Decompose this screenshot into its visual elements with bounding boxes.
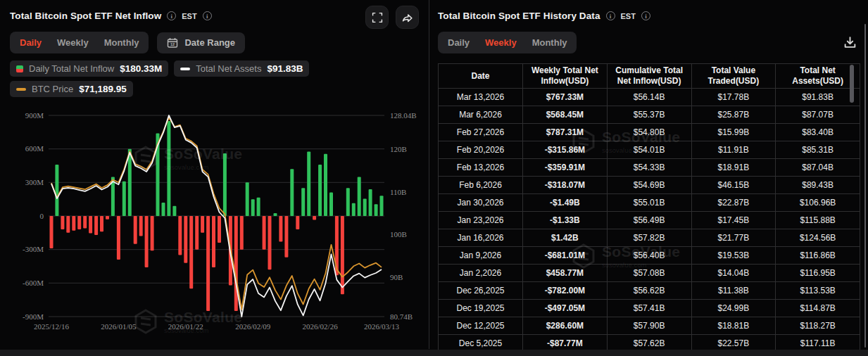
tab-monthly[interactable]: Monthly (104, 37, 139, 48)
info-icon[interactable] (203, 11, 212, 20)
table-scrollbar-thumb[interactable] (850, 65, 854, 103)
cell-traded: $17.45B (691, 212, 776, 229)
inflow-bar-legend-icon (16, 65, 23, 72)
cell-date: Feb 27,2026 (439, 124, 523, 141)
table-header-row: Date Weekly Total Net Inflow(USD) Cumula… (439, 64, 860, 89)
chart-panel-title: Total Bitcoin Spot ETF Net Inflow (10, 11, 161, 21)
cell-assets: $118.27B (776, 317, 860, 335)
table-row[interactable]: Feb 20,2026-$315.86M$54.01B$11.91B$85.31… (439, 141, 860, 159)
svg-text:120B: 120B (390, 145, 407, 153)
cell-cumulative: $54.80B (607, 124, 691, 141)
next-section-edge (0, 350, 868, 356)
table-row[interactable]: Jan 16,2026$1.42B$57.82B$21.77B$124.56B (439, 229, 860, 247)
assets-line-legend-icon (180, 68, 190, 70)
cell-cumulative: $55.37B (607, 106, 691, 124)
fullscreen-button[interactable] (365, 6, 389, 29)
table-row[interactable]: Jan 2,2026$458.77M$57.08B$14.04B$116.95B (439, 265, 860, 282)
table-panel-header: Total Bitcoin Spot ETF History Data EST (438, 0, 866, 21)
cell-assets: $87.07B (776, 106, 860, 124)
info-icon[interactable] (641, 11, 650, 20)
chart-header-actions (365, 6, 419, 29)
cell-traded: $14.04B (691, 265, 776, 282)
table-row[interactable]: Feb 6,2026-$318.07M$54.69B$46.15B$89.43B (439, 177, 860, 194)
fullscreen-icon (372, 12, 383, 23)
btc-line-legend-icon (16, 88, 26, 91)
cell-assets: $124.56B (776, 229, 860, 247)
download-button[interactable] (843, 36, 857, 52)
history-table-body: Mar 13,2026$767.33M$56.14B$17.78B$91.83B… (439, 89, 860, 354)
table-row[interactable]: Jan 9,2026-$681.01M$56.40B$19.53B$116.86… (439, 247, 860, 265)
cell-assets: $91.83B (776, 89, 860, 106)
cell-assets: $113.53B (776, 282, 860, 300)
cell-cumulative: $57.90B (607, 317, 691, 335)
x-axis-labels: 2025/12/162026/01/052026/01/222026/02/09… (34, 322, 400, 331)
table-row[interactable]: Dec 19,2025-$497.05M$57.41B$24.99B$114.8… (439, 300, 860, 317)
chart-controls: Daily Weekly Monthly 12 Date Range (10, 32, 429, 53)
timezone-label: EST (182, 12, 196, 20)
cell-traded: $19.53B (691, 247, 776, 265)
legend-label: Daily Total Net Inflow (29, 63, 114, 74)
legend-daily-net-inflow: Daily Total Net Inflow $180.33M (10, 61, 168, 77)
cell-date: Jan 9,2026 (439, 247, 523, 265)
info-icon[interactable] (606, 11, 615, 20)
table-row[interactable]: Feb 27,2026$787.31M$54.80B$15.99B$83.40B (439, 124, 860, 141)
chart-period-tabs: Daily Weekly Monthly (10, 32, 149, 53)
cell-date: Dec 19,2025 (439, 300, 523, 317)
cell-traded: $24.99B (691, 300, 776, 317)
column-header-weekly-inflow[interactable]: Weekly Total Net Inflow(USD) (523, 64, 608, 89)
cell-assets: $116.86B (776, 247, 860, 265)
history-table: Date Weekly Total Net Inflow(USD) Cumula… (438, 63, 860, 353)
svg-text:100B: 100B (390, 230, 407, 239)
info-icon[interactable] (167, 11, 176, 20)
legend-total-net-assets: Total Net Assets $91.83B (174, 61, 309, 77)
cell-date: Jan 16,2026 (439, 229, 523, 247)
tab-weekly[interactable]: Weekly (57, 37, 89, 48)
table-panel-title: Total Bitcoin Spot ETF History Data (438, 11, 600, 21)
table-row[interactable]: Mar 13,2026$767.33M$56.14B$17.78B$91.83B (439, 89, 860, 106)
table-row[interactable]: Mar 6,2026$568.45M$55.37B$25.87B$87.07B (439, 106, 860, 124)
cell-inflow: $767.33M (523, 89, 608, 106)
tab-monthly[interactable]: Monthly (532, 37, 567, 48)
cell-assets: $116.95B (776, 265, 860, 282)
cell-cumulative: $56.14B (607, 89, 691, 106)
cell-inflow: -$681.01M (523, 247, 608, 265)
svg-text:-300M: -300M (23, 245, 44, 253)
cell-date: Jan 23,2026 (439, 212, 523, 229)
tab-weekly[interactable]: Weekly (485, 37, 517, 48)
timezone-label: EST (621, 12, 636, 20)
table-row[interactable]: Feb 13,2026-$359.91M$54.33B$18.91B$87.04… (439, 159, 860, 177)
table-row[interactable]: Jan 23,2026-$1.33B$56.49B$17.45B$115.88B (439, 212, 860, 229)
cell-traded: $17.78B (691, 89, 776, 106)
cell-assets: $89.43B (776, 177, 860, 194)
table-row[interactable]: Dec 26,2025-$782.00M$56.62B$11.38B$113.5… (439, 282, 860, 300)
cell-cumulative: $54.69B (607, 177, 691, 194)
svg-text:600M: 600M (25, 144, 44, 153)
svg-text:12: 12 (170, 42, 175, 46)
cell-traded: $46.15B (691, 177, 776, 194)
chart-area[interactable]: 900M600M300M0-300M-600M-900M128.04B120B1… (10, 101, 429, 338)
cell-date: Dec 26,2025 (439, 282, 523, 300)
svg-text:300M: 300M (25, 178, 44, 186)
table-row[interactable]: Jan 30,2026-$1.49B$55.01B$22.87B$106.96B (439, 194, 860, 212)
cell-date: Mar 13,2026 (439, 89, 523, 106)
column-header-date[interactable]: Date (439, 64, 523, 89)
date-range-button[interactable]: 12 Date Range (157, 32, 245, 53)
svg-text:-600M: -600M (23, 279, 44, 287)
table-row[interactable]: Dec 12,2025$286.60M$57.90B$18.81B$118.27… (439, 317, 860, 335)
cell-inflow: -$359.91M (523, 159, 608, 177)
cell-traded: $11.38B (691, 282, 776, 300)
cell-traded: $15.99B (691, 124, 776, 141)
legend-value: $180.33M (120, 63, 162, 74)
share-button[interactable] (396, 6, 419, 29)
svg-text:900M: 900M (25, 111, 44, 120)
column-header-cumulative-inflow[interactable]: Cumulative Total Net Inflow(USD) (607, 64, 691, 89)
svg-text:110B: 110B (390, 188, 406, 196)
tab-daily[interactable]: Daily (20, 37, 42, 48)
cell-traded: $21.77B (691, 229, 776, 247)
share-icon (401, 11, 413, 23)
cell-assets: $106.96B (776, 194, 860, 212)
column-header-value-traded[interactable]: Total Value Traded(USD) (691, 64, 776, 89)
tab-daily[interactable]: Daily (448, 37, 470, 48)
cell-date: Mar 6,2026 (439, 106, 523, 124)
column-header-net-assets[interactable]: Total Net Assets(USD) (776, 64, 860, 89)
